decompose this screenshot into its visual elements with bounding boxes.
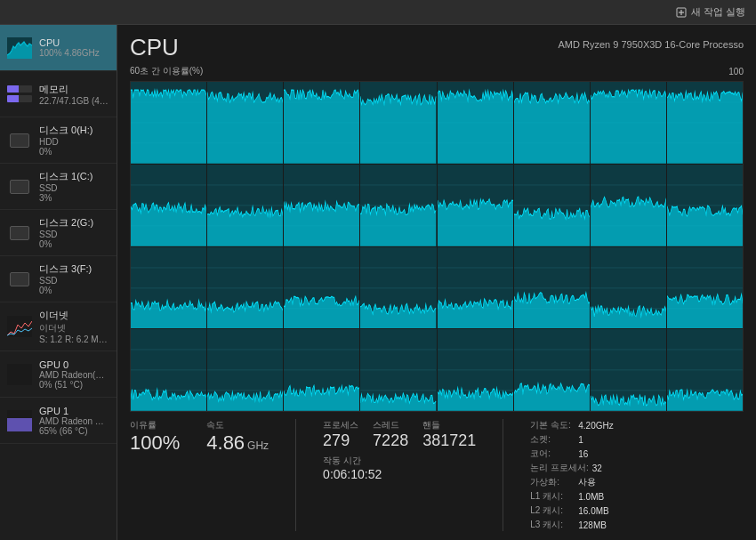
cpu-core-27 — [360, 329, 436, 411]
svg-marker-64 — [514, 208, 590, 246]
process-value: 279 — [323, 431, 358, 450]
cpu-core-22 — [591, 247, 666, 329]
svg-marker-60 — [438, 198, 513, 246]
sidebar-item-memory[interactable]: 메모리 22.7/47.1GB (48%) — [0, 71, 117, 117]
cpu-core-16 — [131, 247, 206, 329]
svg-marker-76 — [131, 300, 206, 328]
ethernet-mini-graph — [7, 314, 32, 339]
l2-key: L2 캐시: — [530, 504, 575, 517]
sidebar-gpu1-name: GPU 1 — [39, 406, 109, 416]
uptime-value: 0:06:10:52 — [323, 467, 476, 481]
cpu-core-3 — [360, 82, 436, 164]
stat-specs: 기본 속도: 4.20GHz 소켓: 1 코어: 16 논리 프로세서: 32 … — [530, 419, 613, 531]
l2-item: L2 캐시: 16.0MB — [530, 504, 613, 517]
main-container: CPU 100% 4.86GHz 메모리 22.7/47.1GB (48%) — [0, 25, 756, 540]
cpu-core-25 — [207, 329, 283, 411]
sidebar-gpu1-text: GPU 1 AMD Radeon RX 79... 65% (66 °C) — [39, 406, 109, 436]
sidebar-memory-name: 메모리 — [39, 83, 109, 96]
sidebar-disk1-sub1: SSD — [39, 183, 109, 193]
sidebar-item-disk2[interactable]: 디스크 2(G:) SSD 0% — [0, 210, 117, 256]
logical-item: 논리 프로세서: 32 — [530, 462, 613, 474]
cores-val: 16 — [578, 449, 588, 459]
sidebar-gpu0-sub1: AMD Radeon(TM) ... — [39, 370, 109, 380]
handle-label: 핸들 — [422, 419, 476, 431]
l2-val: 16.0MB — [578, 506, 608, 516]
process-label: 프로세스 — [323, 419, 358, 431]
gpu0-mini-graph — [7, 362, 32, 387]
stats-bar: 이유률 100% 속도 4.86 GHz 프로세스 279 — [130, 419, 744, 531]
stat-process-col: 프로세스 279 스레드 7228 핸들 381721 작동 시간 0:06:1… — [323, 419, 476, 481]
cores-item: 코어: 16 — [530, 447, 613, 460]
sidebar-disk3-sub1: SSD — [39, 276, 109, 286]
cpu-core-5 — [514, 82, 590, 164]
sidebar-cpu-sub: 100% 4.86GHz — [39, 48, 109, 58]
socket-val: 1 — [578, 435, 583, 445]
sidebar-disk1-text: 디스크 1(C:) SSD 3% — [39, 170, 109, 203]
sidebar-item-disk3[interactable]: 디스크 3(F:) SSD 0% — [0, 256, 117, 302]
graph-max: 100 — [728, 67, 744, 77]
virt-key: 가상화: — [530, 476, 575, 488]
speed-unit: GHz — [247, 439, 269, 452]
svg-marker-48 — [207, 206, 283, 246]
cpu-core-6 — [591, 82, 666, 164]
base-speed-key: 기본 속도: — [530, 419, 575, 431]
disk2-icon — [7, 221, 32, 246]
sidebar-disk2-name: 디스크 2(G:) — [39, 216, 109, 230]
virt-val: 사용 — [578, 476, 596, 488]
sidebar-disk0-sub1: HDD — [39, 137, 109, 147]
sidebar-disk3-sub2: 0% — [39, 286, 109, 295]
cpu-core-26 — [284, 329, 359, 411]
sidebar-ethernet-text: 이더넷 이더넷 S: 1.2 R: 6.2 Mbps — [39, 309, 109, 344]
sidebar-cpu-name: CPU — [39, 37, 109, 48]
sidebar-disk0-text: 디스크 0(H:) HDD 0% — [39, 124, 109, 157]
content-area: CPU AMD Ryzen 9 7950X3D 16-Core Processo… — [117, 25, 756, 540]
thread-label: 스레드 — [373, 419, 408, 431]
sidebar-item-disk1[interactable]: 디스크 1(C:) SSD 3% — [0, 164, 117, 210]
cpu-core-0 — [131, 82, 206, 164]
sidebar-gpu1-sub1: AMD Radeon RX 79... — [39, 416, 109, 426]
l1-item: L1 캐시: 1.0MB — [530, 490, 613, 503]
svg-marker-136 — [667, 390, 743, 411]
new-task-button[interactable]: 새 작업 실행 — [675, 5, 745, 19]
cpu-core-8 — [131, 165, 206, 246]
thread-value: 7228 — [373, 431, 408, 450]
handle-value: 381721 — [422, 431, 476, 450]
util-label: 이유률 — [130, 419, 180, 431]
graph-label: 60초 간 이용률(%) — [130, 65, 203, 77]
svg-marker-36 — [591, 90, 666, 164]
virt-item: 가상화: 사용 — [530, 476, 613, 488]
cpu-core-4 — [438, 82, 513, 164]
l3-val: 128MB — [578, 520, 607, 530]
sidebar-item-cpu[interactable]: CPU 100% 4.86GHz — [0, 25, 117, 71]
cpu-core-18 — [284, 247, 359, 329]
stat-speed: 속도 4.86 GHz — [206, 419, 269, 455]
sidebar-item-ethernet[interactable]: 이더넷 이더넷 S: 1.2 R: 6.2 Mbps — [0, 302, 117, 351]
sidebar: CPU 100% 4.86GHz 메모리 22.7/47.1GB (48%) — [0, 25, 117, 540]
svg-marker-100 — [591, 305, 666, 328]
svg-marker-44 — [131, 202, 206, 246]
sidebar-ethernet-name: 이더넷 — [39, 309, 109, 322]
sidebar-cpu-text: CPU 100% 4.86GHz — [39, 37, 109, 58]
logical-key: 논리 프로세서: — [530, 462, 589, 474]
content-title: CPU — [130, 34, 179, 61]
cpu-mini-graph — [7, 36, 32, 60]
cpu-core-20 — [438, 247, 513, 329]
speed-value: 4.86 — [206, 431, 245, 455]
content-header: CPU AMD Ryzen 9 7950X3D 16-Core Processo — [130, 34, 744, 61]
cpu-graph-grid — [130, 81, 744, 412]
disk3-icon — [7, 267, 32, 292]
base-speed-val: 4.20GHz — [578, 421, 613, 431]
cpu-core-7 — [667, 82, 743, 164]
sidebar-item-gpu0[interactable]: GPU 0 AMD Radeon(TM) ... 0% (51 °C) — [0, 351, 117, 398]
svg-marker-104 — [667, 294, 743, 328]
uptime-label: 작동 시간 — [323, 455, 476, 467]
sidebar-ethernet-sub1: 이더넷 — [39, 322, 109, 334]
svg-marker-116 — [284, 385, 359, 411]
sidebar-item-disk0[interactable]: 디스크 0(H:) HDD 0% — [0, 117, 117, 164]
l3-key: L3 캐시: — [530, 519, 575, 531]
sidebar-gpu0-text: GPU 0 AMD Radeon(TM) ... 0% (51 °C) — [39, 359, 109, 390]
cpu-core-12 — [438, 165, 513, 246]
sidebar-item-gpu1[interactable]: GPU 1 AMD Radeon RX 79... 65% (66 °C) — [0, 398, 117, 444]
l3-item: L3 캐시: 128MB — [530, 519, 613, 531]
cpu-core-28 — [438, 329, 513, 411]
